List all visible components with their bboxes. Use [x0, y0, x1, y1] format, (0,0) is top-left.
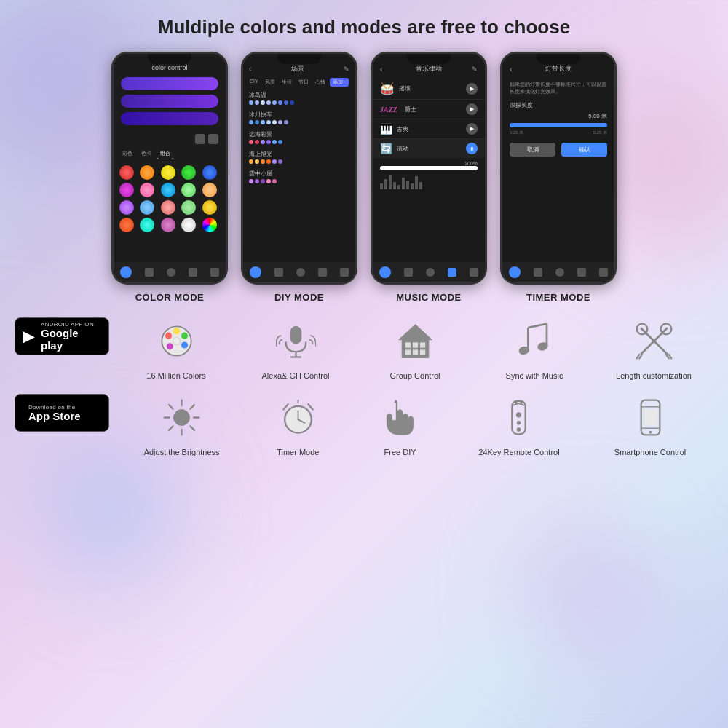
color-swatch-14[interactable]	[181, 200, 196, 215]
nav-s2-music[interactable]	[404, 268, 413, 277]
screen-timer: ‹ 灯带长度 如果您的灯带长度不够标准尺寸，可以设置长度来优化灯光效果。 深探长…	[502, 54, 614, 282]
nav-s2-diy[interactable]	[274, 268, 283, 277]
diy-label-2: 冰川快车	[249, 111, 349, 119]
nav-s3-timer[interactable]	[555, 268, 564, 277]
timer-description: 如果您的灯带长度不够标准尺寸，可以设置长度来优化灯光效果。	[502, 78, 614, 98]
sun-svg	[162, 397, 202, 438]
d9	[249, 120, 253, 124]
nav-color[interactable]	[167, 268, 175, 277]
color-swatch-19[interactable]	[181, 218, 196, 232]
nav-s5-music[interactable]	[470, 268, 478, 277]
diy-tab-holiday[interactable]: 生活	[280, 78, 294, 87]
microphone-icon	[272, 317, 320, 365]
nav-more[interactable]	[210, 268, 219, 277]
nav-s3-music[interactable]	[426, 268, 435, 277]
svg-rect-12	[405, 342, 410, 347]
nav-music[interactable]	[189, 268, 197, 277]
d3	[261, 100, 265, 105]
decoration-blob-3	[36, 437, 182, 582]
feature-length-custom: Length customization	[594, 317, 713, 381]
timer-confirm-btn[interactable]: 确认	[561, 143, 607, 157]
screen-diy: ‹ 场景 ✎ DIY 风景 生活 节日 心情 添加+ 冰岛温	[243, 54, 355, 282]
smartphone-icon	[627, 394, 674, 441]
nav-s2-timer[interactable]	[534, 268, 542, 277]
diy-item-2: 冰川快车	[243, 108, 355, 127]
diy-tab-festival[interactable]: 节日	[296, 78, 311, 87]
diy-title: 场景	[291, 64, 304, 74]
active-label: 流动	[397, 145, 408, 153]
jazz-play[interactable]: ▶	[466, 103, 478, 115]
color-swatch-12[interactable]	[140, 200, 154, 215]
d10	[255, 120, 259, 124]
diy-tab-diy[interactable]: DIY	[248, 78, 261, 87]
color-swatch-4[interactable]	[181, 165, 196, 180]
color-swatch-2[interactable]	[140, 165, 154, 180]
color-swatch-13[interactable]	[161, 200, 175, 215]
nav-s3-diy[interactable]	[296, 268, 305, 277]
timer-label: Timer Mode	[277, 447, 319, 457]
diy-add-btn[interactable]: 添加+	[330, 78, 349, 87]
color-swatch-15[interactable]	[202, 200, 217, 215]
phone-frame-music: ‹ 音乐律动 ✎ 🥁 摇滚 ▶ JAZZ 爵士	[371, 52, 487, 285]
nav-s4-diy[interactable]	[318, 268, 327, 277]
timer-cancel-btn[interactable]: 取消	[510, 143, 555, 157]
timer-buttons: 取消 确认	[502, 137, 614, 162]
color-swatch-11[interactable]	[119, 200, 134, 215]
nav-s4-music[interactable]	[448, 268, 456, 277]
nav-settings[interactable]	[145, 268, 154, 277]
color-swatch-10[interactable]	[202, 183, 217, 197]
sun-icon	[158, 394, 205, 441]
color-header-title: color control	[151, 64, 187, 71]
timer-slider[interactable]	[510, 123, 607, 127]
bottom-nav-color	[114, 262, 226, 282]
color-swatch-7[interactable]	[140, 183, 154, 197]
diy-label-1: 冰岛温	[249, 91, 349, 99]
active-play[interactable]: ⏸	[466, 143, 478, 154]
color-swatch-3[interactable]	[161, 165, 175, 180]
color-swatch-17[interactable]	[140, 218, 154, 232]
piano-play[interactable]: ▶	[466, 123, 478, 135]
scissors-icon	[630, 317, 678, 365]
d24	[261, 159, 265, 164]
diy-tab-wind[interactable]: 风景	[263, 78, 277, 87]
app-store-badge[interactable]: Download on the App Store	[15, 394, 109, 432]
nav-s5-diy[interactable]	[340, 268, 349, 277]
google-play-badge[interactable]: ▶ ANDROID APP ON Google play	[15, 317, 109, 355]
svg-line-38	[191, 405, 195, 409]
color-tabs: 彩色 色卡 组合	[114, 146, 226, 162]
feature-timer: Timer Mode	[267, 394, 329, 457]
phone-timer-mode: ‹ 灯带长度 如果您的灯带长度不够标准尺寸，可以设置长度来优化灯光效果。 深探长…	[500, 52, 617, 303]
nav-s5-timer[interactable]	[599, 268, 608, 277]
tab-single: 色卡	[138, 149, 154, 159]
alexa-label: Alexa& GH Control	[262, 371, 330, 381]
color-swatch-9[interactable]	[181, 183, 196, 197]
music-volume-label: 100%	[380, 161, 478, 166]
color-swatch-20[interactable]	[202, 218, 217, 232]
color-swatch-5[interactable]	[202, 165, 217, 180]
nav-power-music[interactable]	[379, 266, 391, 278]
nav-power-timer[interactable]	[509, 266, 521, 278]
phone-label-music: MUSIC MODE	[396, 292, 462, 303]
nav-power[interactable]	[120, 266, 132, 278]
d2	[255, 100, 259, 105]
svg-point-50	[517, 428, 521, 432]
nav-s4-timer[interactable]	[577, 268, 586, 277]
color-swatch-1[interactable]	[119, 165, 134, 180]
svg-rect-8	[290, 326, 301, 344]
group-control-label: Group Control	[389, 371, 440, 381]
features-row-1: ▶ ANDROID APP ON Google play	[15, 317, 713, 381]
color-swatch-16[interactable]	[119, 218, 134, 232]
drum-label: 摇滚	[399, 84, 411, 92]
music-item-drum: 🥁 摇滚 ▶	[373, 78, 485, 100]
color-swatch-8[interactable]	[161, 183, 175, 197]
d27	[278, 159, 282, 164]
diy-dots-5	[249, 179, 349, 183]
drum-play[interactable]: ▶	[466, 83, 478, 95]
color-swatch-6[interactable]	[119, 183, 134, 197]
free-diy-label: Free DIY	[384, 447, 416, 457]
color-swatch-18[interactable]	[161, 218, 175, 232]
diy-tab-mood[interactable]: 心情	[313, 78, 328, 87]
nav-power-diy[interactable]	[250, 266, 261, 278]
eq7	[406, 181, 409, 189]
d7	[284, 100, 288, 105]
